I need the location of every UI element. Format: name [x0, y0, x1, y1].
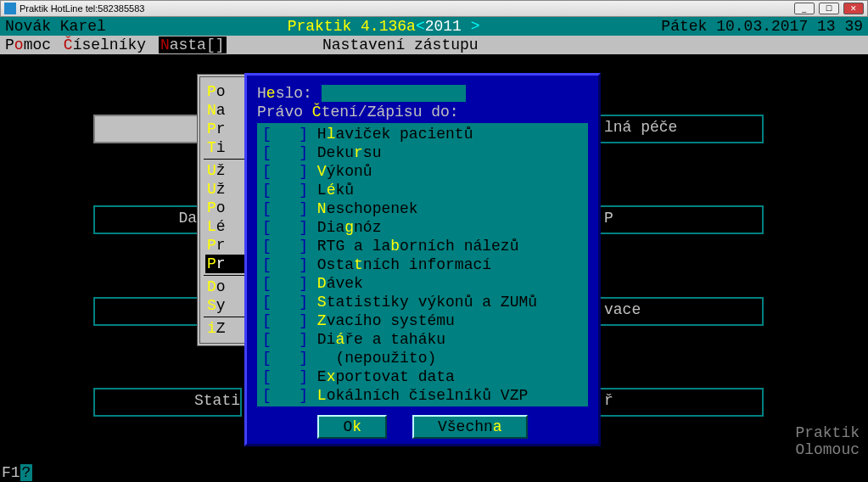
f1-help[interactable]: F1? — [0, 463, 34, 482]
app-header: Novák Karel Praktik 4.136a<2011 > Pátek … — [0, 17, 868, 36]
bg-panel: vace — [594, 297, 764, 326]
bg-panel — [93, 297, 199, 326]
permission-checkbox-row[interactable]: [ ] Statistiky výkonů a ZUMů — [262, 293, 583, 311]
footer-brand: Praktik Olomouc — [795, 424, 860, 458]
bg-panel: lná péče — [594, 115, 764, 143]
substitute-settings-dialog: Heslo: Právo Čtení/Zápisu do: [ ] Hlavič… — [244, 73, 601, 446]
permission-checkbox-row[interactable]: [ ] (nepoužito) — [262, 349, 583, 367]
window-title: Praktik HotLine tel:582385583 — [20, 3, 144, 14]
permission-checkbox-row[interactable]: [ ] Diáře a taháku — [262, 330, 583, 349]
help-icon: ? — [20, 464, 33, 481]
permission-checkbox-row[interactable]: [ ] Hlaviček pacientů — [262, 125, 583, 143]
permission-checkbox-row[interactable]: [ ] Neschopenek — [262, 199, 583, 218]
permission-checkbox-row[interactable]: [ ] Ostatních informací — [262, 255, 583, 274]
rights-label: Právo Čtení/Zápisu do: — [257, 103, 588, 121]
bg-panel — [93, 115, 199, 143]
os-window-titlebar: Praktik HotLine tel:582385583 _ ☐ ✕ — [0, 0, 868, 17]
bg-panel: Da — [93, 205, 199, 234]
menu-item[interactable]: Pomoc — [5, 36, 60, 53]
bg-panel: Stati — [93, 388, 242, 417]
permission-checkbox-row[interactable]: [ ] Zvacího systému — [262, 311, 583, 330]
permission-checkbox-row[interactable]: [ ] Exportovat data — [262, 367, 583, 386]
permission-checkbox-row[interactable]: [ ] RTG a laborních nálezů — [262, 237, 583, 255]
bg-panel: P — [594, 205, 764, 234]
dialog-title: Nastavení zástupu — [322, 36, 479, 54]
menu-item[interactable]: Nasta[] — [159, 36, 227, 53]
permissions-list: [ ] Hlaviček pacientů[ ] Dekursu[ ] Výko… — [257, 123, 588, 406]
maximize-button[interactable]: ☐ — [819, 3, 839, 14]
permission-checkbox-row[interactable]: [ ] Dekursu — [262, 143, 583, 162]
permission-checkbox-row[interactable]: [ ] Výkonů — [262, 162, 583, 181]
app-icon — [4, 3, 16, 14]
password-input[interactable] — [322, 85, 466, 102]
permission-checkbox-row[interactable]: [ ] Léků — [262, 181, 583, 199]
permission-checkbox-row[interactable]: [ ] Diagnóz — [262, 218, 583, 237]
bg-panel: ř — [594, 388, 764, 417]
minimize-button[interactable]: _ — [794, 3, 815, 14]
header-app: Praktik 4.136a<2011 > — [106, 17, 662, 36]
password-row: Heslo: — [257, 84, 588, 103]
dialog-buttons: Ok Všechna — [257, 415, 588, 439]
window-buttons: _ ☐ ✕ — [792, 3, 864, 14]
header-user: Novák Karel — [5, 17, 106, 36]
ok-button[interactable]: Ok — [317, 415, 387, 439]
all-button[interactable]: Všechna — [412, 415, 528, 439]
permission-checkbox-row[interactable]: [ ] Dávek — [262, 274, 583, 293]
close-button[interactable]: ✕ — [843, 3, 864, 14]
menu-bar: Pomoc Číselníky Nasta[] Nastavení zástup… — [0, 36, 868, 54]
permission-checkbox-row[interactable]: [ ] Lokálních číselníků VZP — [262, 386, 583, 405]
header-date: Pátek 10.03.2017 13 39 — [661, 17, 863, 36]
menu-item[interactable]: Číselníky — [64, 36, 155, 53]
